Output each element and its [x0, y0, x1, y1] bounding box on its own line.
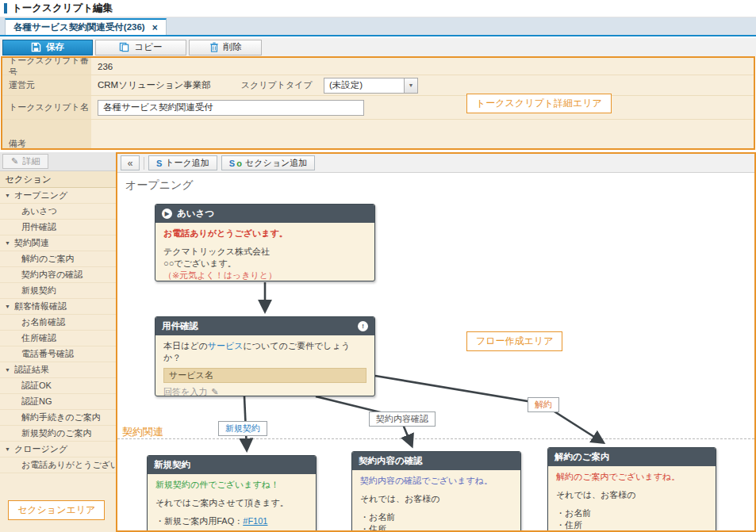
tree-group-opening[interactable]: ▼オープニング: [0, 188, 116, 204]
tree-item-greeting[interactable]: あいさつ: [0, 204, 116, 220]
script-line: お電話ありがとうございます。: [163, 228, 366, 239]
service-link[interactable]: サービス: [208, 341, 244, 350]
tree-label: お名前確認: [21, 316, 65, 328]
node-title: 契約内容の確認: [359, 455, 423, 467]
caret-down-icon: ▼: [5, 304, 10, 309]
annotation-section-area: セクションエリア: [8, 500, 105, 520]
answer-input[interactable]: 回答を入力 ✎: [163, 386, 366, 396]
number-label: トークスクリプト番号: [2, 58, 91, 75]
tree-label: 認証OK: [21, 380, 52, 392]
section-sidebar: ✎ 詳細 セクション ▼オープニング あいさつ 用件確認 ▼契約関連 解約のご案…: [0, 152, 116, 532]
node-header-new-contract: 新規契約: [148, 456, 316, 474]
tree-item-confirm-contract[interactable]: 契約内容の確認: [0, 267, 116, 283]
detail-row-remarks: 備考: [2, 120, 754, 150]
tree-item-name-check[interactable]: お名前確認: [0, 315, 116, 331]
script-line: それでは、お客様の: [360, 493, 512, 505]
play-icon: ▶: [162, 209, 172, 219]
flow-node-new-contract[interactable]: 新規契約 新規契約の件でございますね！ それではご案内させて頂きます。 ・新規ご…: [147, 455, 317, 530]
number-value: 236: [98, 62, 113, 71]
script-line: 新規契約の件でございますね！: [155, 479, 308, 491]
flow-node-greeting[interactable]: ▶ あいさつ お電話ありがとうございます。 テクマトリックス株式会社 ○○でござ…: [155, 204, 375, 281]
faq-link[interactable]: #F101: [243, 516, 267, 526]
tab-close-icon[interactable]: ×: [152, 23, 158, 33]
detail-row-name: トークスクリプト名: [2, 96, 754, 120]
node-title: 解約のご案内: [555, 451, 610, 463]
script-line: ・お名前: [360, 511, 512, 523]
remarks-label: 備考: [2, 120, 91, 150]
detail-row-owner: 運営元 CRMソリューション事業部 スクリプトタイプ (未設定) ▼: [2, 75, 754, 96]
tree-item-requirement[interactable]: 用件確認: [0, 220, 116, 235]
node-body: 解約のご案内でございますね。 それでは、お客様の ・お名前 ・住所 ・電話番号: [548, 466, 716, 530]
toolbar-separator: [144, 157, 144, 170]
node-header-cancel-guide: 解約のご案内: [548, 448, 716, 466]
script-type-select[interactable]: (未設定): [324, 78, 405, 94]
branch-label-cancel[interactable]: 解約: [528, 397, 559, 412]
tree-item-thanks[interactable]: お電話ありがとうございまし: [0, 457, 116, 473]
tree-label: 顧客情報確認: [14, 300, 67, 312]
tree-label: 新規契約: [21, 285, 56, 297]
main-toolbar: 保存 コピー 削除: [0, 38, 756, 56]
tab-bar: 各種サービス契約関連受付(236) ×: [0, 17, 756, 36]
add-talk-label: トーク追加: [165, 157, 209, 169]
tree-label: 解約のご案内: [21, 253, 75, 265]
delete-button[interactable]: 削除: [189, 40, 262, 55]
tree-label: クロージング: [14, 443, 67, 455]
node-header-greeting: ▶ あいさつ: [155, 205, 374, 223]
alert-icon: !: [358, 321, 368, 331]
copy-button[interactable]: コピー: [95, 40, 186, 55]
collapse-icon: «: [128, 158, 133, 169]
flow-node-cancel-guide[interactable]: 解約のご案内 解約のご案内でございますね。 それでは、お客様の ・お名前 ・住所…: [547, 447, 716, 530]
branch-label-new-contract[interactable]: 新規契約: [218, 421, 267, 436]
tree-label: 契約内容の確認: [21, 269, 83, 281]
flow-area: « S トーク追加 So セクション追加: [116, 152, 756, 532]
script-type-label: スクリプトタイプ: [241, 79, 313, 91]
tree-group-closing[interactable]: ▼クロージング: [0, 442, 116, 457]
pencil-icon: ✎: [11, 156, 18, 166]
caret-down-icon: ▼: [5, 446, 10, 452]
tree-label: 用件確認: [21, 221, 56, 233]
copy-icon: [119, 42, 129, 52]
tab-label: 各種サービス契約関連受付(236): [13, 21, 145, 33]
tree-item-cancel-procedure[interactable]: 解約手続きのご案内: [0, 410, 116, 426]
tree-item-auth-ng[interactable]: 認証NG: [0, 394, 116, 410]
script-name-input[interactable]: [98, 100, 364, 116]
node-body: 本日はどのサービスについてのご要件でしょうか？ サービス名 回答を入力 ✎: [155, 335, 374, 396]
tree-item-new-contract[interactable]: 新規契約: [0, 283, 116, 299]
tab-script[interactable]: 各種サービス契約関連受付(236) ×: [5, 18, 167, 35]
tree-item-cancel-guide[interactable]: 解約のご案内: [0, 251, 116, 267]
tree-group-auth-result[interactable]: ▼認証結果: [0, 362, 116, 378]
tree-label: 住所確認: [21, 332, 56, 344]
tree-item-new-contract-guide[interactable]: 新規契約のご案内: [0, 426, 116, 442]
tree-label: お電話ありがとうございまし: [21, 459, 116, 471]
flow-node-requirement[interactable]: 用件確認 ! 本日はどのサービスについてのご要件でしょうか？ サービス名 回答を…: [155, 316, 375, 396]
script-line: ・お名前: [556, 507, 708, 519]
add-section-button[interactable]: So セクション追加: [221, 155, 315, 170]
pencil-icon: ✎: [211, 386, 218, 396]
app: トークスクリプト編集 各種サービス契約関連受付(236) × 保存 コピー 削除…: [0, 0, 756, 532]
add-talk-button[interactable]: S トーク追加: [148, 155, 217, 170]
node-body: お電話ありがとうございます。 テクマトリックス株式会社 ○○でございます。 （※…: [155, 223, 374, 281]
tree-item-phone-check[interactable]: 電話番号確認: [0, 346, 116, 362]
caret-down-icon: ▼: [5, 240, 10, 246]
tree-label: 契約関連: [14, 237, 49, 249]
collapse-sidebar-button[interactable]: «: [121, 155, 140, 170]
tree-label: 電話番号確認: [21, 348, 74, 360]
detail-row-number: トークスクリプト番号 236: [2, 58, 754, 75]
annotation-flow-area: フロー作成エリア: [466, 331, 562, 351]
sidebar-toolbar: ✎ 詳細: [0, 152, 116, 171]
flow-node-confirm-contract[interactable]: 契約内容の確認 契約内容の確認でございますね。 それでは、お客様の ・お名前 ・…: [351, 451, 521, 530]
owner-value: CRMソリューション事業部: [98, 79, 211, 91]
detail-button[interactable]: ✎ 詳細: [2, 154, 48, 169]
script-type-value: (未設定): [329, 79, 363, 91]
tree-item-auth-ok[interactable]: 認証OK: [0, 378, 116, 394]
script-line: （※元気よく！はっきりと）: [163, 270, 366, 281]
script-type-dropdown-button[interactable]: ▼: [405, 78, 418, 94]
branch-label-confirm[interactable]: 契約内容確認: [369, 411, 436, 427]
talk-add-icon: S: [156, 159, 162, 168]
service-name-field[interactable]: サービス名: [163, 368, 366, 383]
save-button[interactable]: 保存: [2, 40, 93, 55]
tree-group-customer-info[interactable]: ▼顧客情報確認: [0, 299, 116, 315]
tree-item-address-check[interactable]: 住所確認: [0, 331, 116, 346]
tree-group-contract[interactable]: ▼契約関連: [0, 235, 116, 251]
copy-label: コピー: [134, 41, 162, 53]
